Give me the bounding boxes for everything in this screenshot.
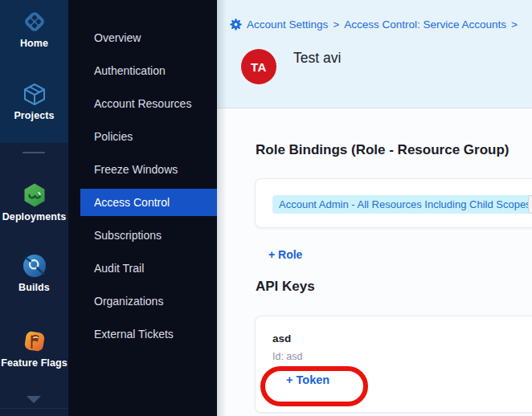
page-header: Account Settings > Access Control: Servi…	[217, 0, 532, 108]
nav-item-policies[interactable]: Policies	[68, 120, 217, 153]
api-key-card: asd Id: asd + Token	[255, 316, 532, 413]
role-binding-tag: Account Admin - All Resources Including …	[272, 195, 532, 214]
nav-item-overview[interactable]: Overview	[68, 22, 217, 55]
breadcrumb-link-access-control-service-accounts[interactable]: Access Control: Service Accounts	[344, 18, 506, 31]
partial-role-binding-tag	[528, 195, 532, 214]
sidebar-item-deployments[interactable]: Deployments	[0, 181, 68, 222]
nav-item-freeze-windows[interactable]: Freeze Windows	[68, 153, 217, 186]
sidebar-item-projects[interactable]: Projects	[0, 80, 68, 121]
nav-item-authentication[interactable]: Authentication	[68, 55, 217, 88]
sidebar-item-feature-flags[interactable]: Feature Flags	[0, 328, 68, 369]
main-area: Account Settings > Access Control: Servi…	[217, 0, 532, 416]
breadcrumb-separator: >	[333, 18, 339, 31]
nav-item-access-control[interactable]: Access Control	[80, 186, 217, 219]
avatar: TA	[241, 49, 276, 84]
breadcrumb-link-account-settings[interactable]: Account Settings	[247, 18, 328, 31]
page-title: Test avi	[293, 50, 341, 67]
api-key-name: asd	[272, 332, 291, 345]
settings-nav: Overview Authentication Account Resource…	[68, 0, 217, 416]
app-screen: Home Projects Deployme	[0, 0, 532, 416]
nav-item-account-resources[interactable]: Account Resources	[68, 88, 217, 120]
role-bindings-heading: Role Bindings (Role - Resource Group)	[256, 142, 509, 158]
sidebar-bottom-divider	[0, 408, 68, 409]
breadcrumb-separator: >	[511, 18, 518, 31]
projects-cube-icon	[21, 80, 48, 108]
sidebar-item-builds[interactable]: Builds	[0, 252, 68, 293]
nav-item-subscriptions[interactable]: Subscriptions	[68, 219, 217, 252]
builds-icon	[21, 252, 48, 279]
content-area: Role Bindings (Role - Resource Group) Ac…	[217, 108, 532, 416]
api-keys-heading: API Keys	[256, 279, 315, 295]
breadcrumb: Account Settings > Access Control: Servi…	[230, 18, 518, 31]
nav-item-external-tickets[interactable]: External Tickets	[68, 318, 217, 351]
sidebar-item-label: Projects	[0, 110, 68, 121]
api-key-id: Id: asd	[272, 351, 303, 362]
nav-item-audit-trail[interactable]: Audit Trail	[68, 252, 217, 285]
add-role-button[interactable]: + Role	[268, 248, 302, 261]
nav-item-organizations[interactable]: Organizations	[68, 285, 217, 318]
feature-flags-icon	[21, 328, 48, 355]
sidebar-item-label: Feature Flags	[0, 357, 68, 369]
sidebar-item-label: Home	[0, 38, 68, 49]
sidebar-item-label: Deployments	[0, 211, 68, 222]
add-token-button[interactable]: + Token	[286, 373, 329, 386]
chevron-down-icon[interactable]	[27, 396, 41, 403]
home-icon	[21, 8, 48, 35]
sidebar-item-home[interactable]: Home	[0, 8, 68, 49]
modules-divider	[23, 152, 45, 153]
sidebar-item-label: Builds	[0, 282, 68, 293]
role-bindings-card: Account Admin - All Resources Including …	[255, 178, 532, 228]
deployments-icon	[21, 181, 48, 209]
red-annotation-ellipse	[260, 366, 368, 406]
module-sidebar: Home Projects Deployme	[0, 0, 68, 416]
gear-icon	[230, 18, 242, 31]
